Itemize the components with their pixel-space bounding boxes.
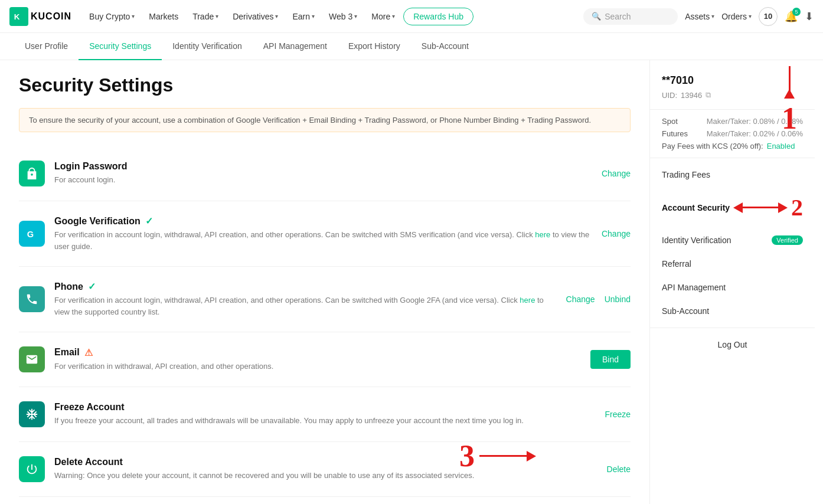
menu-api-management[interactable]: API Management: [650, 276, 815, 299]
notice-bar: To ensure the security of your account, …: [19, 108, 631, 132]
logo[interactable]: K KUCOIN: [9, 7, 71, 26]
page-title: Security Settings: [19, 74, 631, 96]
email-info: Email ⚠ For verification in withdrawal, …: [54, 347, 581, 372]
user-avatar[interactable]: 10: [759, 7, 778, 26]
google-change-link[interactable]: Change: [602, 229, 631, 238]
google-verification-icon: G: [19, 221, 45, 247]
spot-label: Spot: [662, 117, 678, 126]
download-icon[interactable]: ⬇: [805, 10, 814, 23]
phone-unbind-link[interactable]: Unbind: [605, 294, 631, 304]
annotation-3: 3: [459, 438, 536, 473]
login-password-change-link[interactable]: Change: [602, 169, 631, 178]
email-bind-button[interactable]: Bind: [590, 350, 631, 369]
svg-text:K: K: [14, 12, 20, 21]
assets-chevron: ▾: [711, 13, 714, 19]
annotation-2: 2: [733, 194, 803, 221]
web3-chevron: ▾: [354, 13, 357, 19]
content-area: Security Settings To ensure the security…: [0, 60, 649, 504]
tab-user-profile[interactable]: User Profile: [14, 33, 79, 60]
email-actions: Bind: [590, 350, 631, 369]
delete-link[interactable]: Delete: [607, 464, 631, 474]
navbar: K KUCOIN Buy Crypto ▾ Markets Trade ▾ De…: [0, 0, 823, 33]
buy-crypto-chevron: ▾: [132, 13, 135, 19]
freeze-icon: [19, 401, 45, 427]
email-item: Email ⚠ For verification in withdrawal, …: [19, 332, 631, 387]
login-password-title: Login Password: [54, 161, 592, 172]
email-warn-badge: ⚠: [84, 347, 93, 358]
nav-item-web3[interactable]: Web 3 ▾: [323, 8, 363, 25]
login-password-icon: [19, 161, 45, 186]
freeze-account-desc: If you freeze your account, all trades a…: [54, 415, 595, 427]
assets-button[interactable]: Assets ▾: [685, 12, 714, 21]
arrow-head-1: [784, 89, 795, 99]
google-verification-actions: Change: [602, 229, 631, 238]
arrow-line-2: [743, 207, 778, 208]
freeze-link[interactable]: Freeze: [605, 410, 631, 419]
freeze-account-actions: Freeze: [605, 410, 631, 419]
menu-section: Trading Fees Account Security 2 Identity…: [650, 158, 815, 328]
google-verification-info: Google Verification ✓ For verification i…: [54, 215, 592, 252]
logo-icon: K: [9, 7, 28, 26]
annotation-1: 1: [782, 66, 797, 136]
freeze-account-info: Freeze Account If you freeze your accoun…: [54, 402, 595, 427]
tab-sub-account[interactable]: Sub-Account: [411, 33, 479, 60]
tab-identity-verification[interactable]: Identity Verification: [162, 33, 253, 60]
arrow-line-3: [479, 455, 527, 457]
arrow-head-2-right: [778, 202, 788, 213]
copy-uid-icon[interactable]: ⧉: [706, 90, 711, 100]
email-title: Email ⚠: [54, 347, 581, 358]
arrow-head-2-left: [733, 202, 743, 213]
freeze-account-item: Freeze Account If you freeze your accoun…: [19, 387, 631, 442]
nav-items: Buy Crypto ▾ Markets Trade ▾ Derivatives…: [83, 8, 576, 25]
nav-item-earn[interactable]: Earn ▾: [286, 8, 321, 25]
google-guide-link[interactable]: here: [535, 230, 550, 239]
notification-bell-wrap: 🔔 5: [785, 10, 798, 23]
earn-chevron: ▾: [312, 13, 315, 19]
menu-referral[interactable]: Referral: [650, 252, 815, 276]
menu-sub-account[interactable]: Sub-Account: [650, 299, 815, 323]
kcs-row: Pay Fees with KCS (20% off): Enabled: [662, 142, 803, 150]
phone-desc: For verification in account login, withd…: [54, 294, 557, 318]
arrow-head-3: [527, 451, 536, 462]
search-box[interactable]: 🔍: [583, 8, 678, 25]
phone-change-link[interactable]: Change: [566, 294, 595, 304]
trade-chevron: ▾: [215, 13, 218, 19]
search-input[interactable]: [605, 12, 664, 21]
google-verification-item: G Google Verification ✓ For verification…: [19, 201, 631, 267]
menu-identity-verification[interactable]: Identity Verification Verified: [650, 228, 815, 252]
annotation-2-arrow: [733, 202, 788, 213]
logo-text: KUCOIN: [31, 11, 71, 22]
login-password-actions: Change: [602, 169, 631, 178]
nav-item-trade[interactable]: Trade ▾: [187, 8, 224, 25]
annotation-3-arrow: [479, 451, 536, 462]
menu-account-security[interactable]: Account Security 2: [650, 186, 815, 228]
main-container: Security Settings To ensure the security…: [0, 60, 823, 504]
security-tabs: User Profile Security Settings Identity …: [0, 33, 823, 60]
annotation-3-number: 3: [459, 438, 475, 473]
nav-item-derivatives[interactable]: Derivatives ▾: [227, 8, 284, 25]
search-icon: 🔍: [592, 12, 601, 21]
phone-item: Phone ✓ For verification in account logi…: [19, 267, 631, 332]
svg-text:G: G: [27, 230, 34, 239]
annotation-1-number: 1: [782, 101, 797, 136]
nav-item-buy-crypto[interactable]: Buy Crypto ▾: [83, 8, 141, 25]
phone-icon: [19, 286, 45, 312]
google-verification-title: Google Verification ✓: [54, 215, 592, 227]
freeze-account-title: Freeze Account: [54, 402, 595, 413]
uid-label: UID:: [662, 91, 677, 100]
delete-account-actions: Delete: [607, 464, 631, 474]
phone-country-link[interactable]: here: [520, 296, 535, 305]
nav-item-more[interactable]: More ▾: [365, 8, 401, 25]
tab-export-history[interactable]: Export History: [338, 33, 411, 60]
phone-actions: Change Unbind: [566, 294, 631, 304]
menu-trading-fees[interactable]: Trading Fees: [650, 163, 815, 186]
tab-api-management[interactable]: API Management: [253, 33, 338, 60]
orders-button[interactable]: Orders ▾: [721, 12, 752, 21]
logout-button[interactable]: Log Out: [650, 333, 815, 356]
uid-value: 13946: [681, 91, 702, 100]
rewards-hub-button[interactable]: Rewards Hub: [403, 8, 473, 25]
google-check-badge: ✓: [145, 215, 153, 227]
notification-badge: 5: [792, 8, 801, 16]
tab-security-settings[interactable]: Security Settings: [79, 33, 162, 60]
nav-item-markets[interactable]: Markets: [143, 8, 184, 25]
